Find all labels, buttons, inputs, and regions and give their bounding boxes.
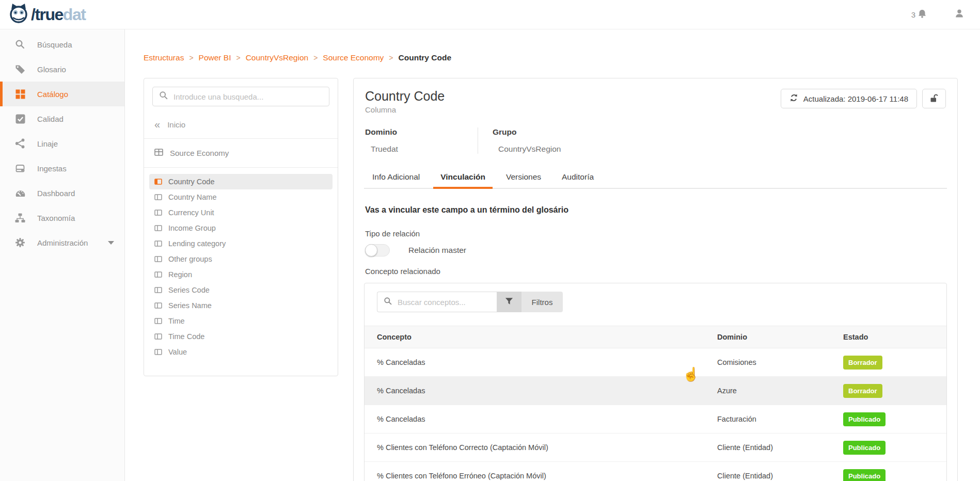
- structure-detail-card: Country Code Columna: [353, 78, 958, 481]
- parent-structure-source-economy[interactable]: Source Economy: [144, 141, 338, 165]
- breadcrumb-source-economy[interactable]: Source Economy: [323, 53, 384, 62]
- sidebar-item-ingestas[interactable]: Ingestas: [0, 156, 124, 181]
- share-icon: [14, 138, 26, 149]
- column-item-region[interactable]: Region: [149, 267, 333, 282]
- column-icon: [154, 178, 162, 185]
- toggle-knob: [365, 244, 377, 256]
- column-item-time[interactable]: Time: [149, 313, 333, 329]
- column-item-country-name[interactable]: Country Name: [149, 189, 333, 205]
- chevron-down-icon: [108, 241, 114, 245]
- cell-dominio: Cliente (Entidad): [717, 472, 843, 480]
- column-icon: [154, 333, 162, 340]
- column-item-other-groups[interactable]: Other groups: [149, 251, 333, 267]
- related-concept-label: Concepto relacionado: [364, 267, 947, 276]
- concept-row[interactable]: % Canceladas Azure Borrador: [365, 377, 946, 405]
- sidebar-item-administracion[interactable]: Administración: [0, 230, 124, 255]
- column-item-series-name[interactable]: Series Name: [149, 298, 333, 313]
- relation-master-toggle[interactable]: [365, 244, 390, 256]
- cell-concepto: % Canceladas: [365, 387, 717, 395]
- status-badge: Publicado: [843, 412, 886, 426]
- updated-button[interactable]: Actualizada: 2019-06-17 11:48: [781, 89, 917, 108]
- cell-estado: Publicado: [843, 412, 946, 426]
- concept-row[interactable]: % Canceladas Comisiones Borrador: [365, 348, 946, 377]
- column-item-series-code[interactable]: Series Code: [149, 282, 333, 298]
- detail-tabs: Info Adicional Vinculación Versiones Aud…: [364, 167, 947, 189]
- link-section-heading: Vas a vincular este campo a un término d…: [364, 205, 947, 215]
- breadcrumb-countryvsregion[interactable]: CountryVsRegion: [246, 53, 308, 62]
- cell-concepto: % Clientes con Teléfono Erróneo (Captaci…: [365, 472, 717, 480]
- sidebar-item-taxonomia[interactable]: Taxonomía: [0, 205, 124, 230]
- tab-vinculacion[interactable]: Vinculación: [439, 167, 486, 188]
- drive-icon: [14, 163, 26, 173]
- tab-info-adicional[interactable]: Info Adicional: [371, 167, 421, 188]
- column-item-time-code[interactable]: Time Code: [149, 329, 333, 344]
- status-badge: Publicado: [843, 441, 886, 455]
- divider: [144, 167, 338, 168]
- cell-dominio: Facturación: [717, 415, 843, 423]
- lock-button[interactable]: [922, 89, 946, 108]
- search-icon: [384, 297, 392, 308]
- column-item-lending-category[interactable]: Lending category: [149, 236, 333, 251]
- concept-search-box[interactable]: [377, 292, 497, 312]
- column-icon: [154, 194, 162, 201]
- cell-concepto: % Canceladas: [365, 415, 717, 423]
- gear-icon: [14, 237, 26, 248]
- filters-button[interactable]: Filtros: [521, 292, 563, 312]
- sidebar-item-calidad[interactable]: Calidad: [0, 106, 124, 131]
- search-icon: [14, 39, 26, 50]
- column-label: Time Code: [168, 332, 204, 341]
- concept-search-input[interactable]: [398, 298, 491, 307]
- cell-dominio: Comisiones: [717, 358, 843, 366]
- cell-concepto: % Canceladas: [365, 358, 717, 366]
- header-concepto: Concepto: [365, 333, 717, 341]
- filter-funnel-button[interactable]: [497, 292, 521, 312]
- tab-auditoria[interactable]: Auditoría: [561, 167, 595, 188]
- header-estado: Estado: [843, 333, 946, 341]
- sidebar-item-busqueda[interactable]: Búsqueda: [0, 32, 124, 57]
- funnel-icon: [505, 297, 513, 307]
- divider: [144, 138, 338, 139]
- column-label: Country Code: [168, 178, 214, 186]
- column-item-value[interactable]: Value: [149, 344, 333, 360]
- column-label: Series Code: [168, 286, 210, 294]
- sidebar-item-linaje[interactable]: Linaje: [0, 131, 124, 156]
- breadcrumb-power-bi[interactable]: Power BI: [199, 53, 231, 62]
- sidebar-item-glosario[interactable]: Glosario: [0, 57, 124, 82]
- status-badge: Publicado: [843, 469, 886, 481]
- truedat-logo[interactable]: /truedat: [8, 3, 85, 26]
- sidebar-item-label: Linaje: [37, 139, 58, 148]
- sidebar-item-catalogo[interactable]: Catálogo: [0, 82, 124, 106]
- column-item-currency-unit[interactable]: Currency Unit: [149, 205, 333, 220]
- column-item-income-group[interactable]: Income Group: [149, 220, 333, 236]
- main-sidebar: Búsqueda Glosario Catálogo: [0, 29, 125, 481]
- page-title: Country Code: [365, 89, 445, 104]
- sidebar-item-label: Calidad: [37, 115, 64, 123]
- concept-row[interactable]: % Clientes con Teléfono Erróneo (Captaci…: [365, 462, 946, 481]
- relation-master-label: Relación master: [408, 246, 466, 255]
- double-chevron-left-icon: «: [154, 119, 160, 130]
- user-avatar-icon[interactable]: [954, 8, 965, 21]
- concept-row[interactable]: % Clientes con Teléfono Correcto (Captac…: [365, 434, 946, 462]
- structure-search-box[interactable]: [152, 87, 329, 106]
- sidebar-item-label: Ingestas: [37, 164, 67, 173]
- back-to-inicio[interactable]: « Inicio: [144, 113, 338, 136]
- sidebar-item-label: Glosario: [37, 65, 66, 74]
- owl-logo-icon: [8, 3, 29, 26]
- cell-estado: Borrador: [843, 384, 946, 398]
- cell-concepto: % Clientes con Teléfono Correcto (Captac…: [365, 443, 717, 452]
- concept-row[interactable]: % Canceladas Facturación Publicado: [365, 405, 946, 434]
- sidebar-item-dashboard[interactable]: Dashboard: [0, 181, 124, 205]
- column-label: Other groups: [168, 255, 212, 263]
- column-label: Currency Unit: [168, 209, 214, 217]
- column-list: Country Code Country Name Currency Unit …: [144, 170, 338, 362]
- page-subtitle: Columna: [365, 105, 445, 114]
- column-icon: [154, 240, 162, 247]
- table-icon: [154, 148, 163, 158]
- structure-search-input[interactable]: [173, 92, 323, 101]
- notifications-button[interactable]: 3: [911, 9, 927, 21]
- top-navbar: /truedat 3: [0, 0, 980, 29]
- column-item-country-code[interactable]: Country Code: [149, 174, 333, 189]
- sidebar-item-label: Administración: [37, 238, 88, 247]
- breadcrumb-estructuras[interactable]: Estructuras: [144, 53, 184, 62]
- tab-versiones[interactable]: Versiones: [505, 167, 542, 188]
